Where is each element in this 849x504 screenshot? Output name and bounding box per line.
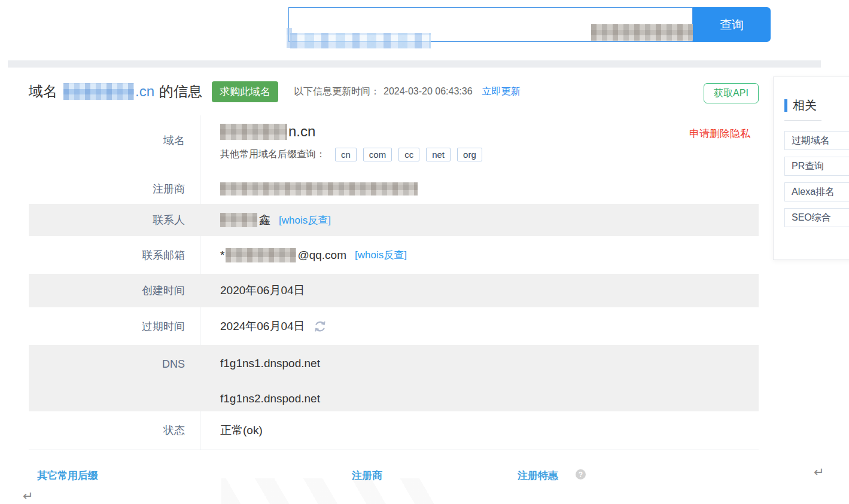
update-time-value: 2024-03-20 06:43:36 xyxy=(384,86,473,97)
domain-visible-text: n.cn xyxy=(288,123,315,140)
whois-reverse-link[interactable]: [whois反查] xyxy=(355,248,407,262)
suffix-button-org[interactable]: org xyxy=(457,148,482,161)
row-label: 创建时间 xyxy=(29,274,200,307)
table-row-expires: 过期时间 2024年06月04日 xyxy=(29,307,759,345)
redacted-domain-value xyxy=(220,124,287,140)
buy-domain-button[interactable]: 求购此域名 xyxy=(212,81,278,102)
refresh-icon[interactable] xyxy=(314,320,327,333)
dns-server-2: f1g1ns2.dnspod.net xyxy=(220,392,759,405)
redacted-query-text xyxy=(591,24,705,41)
delete-privacy-link[interactable]: 申请删除隐私 xyxy=(689,127,750,140)
title-underline xyxy=(784,120,821,121)
redacted-suggestions xyxy=(290,33,431,48)
query-button[interactable]: 查询 xyxy=(693,7,771,42)
suffix-button-net[interactable]: net xyxy=(426,148,451,161)
title-suffix: 的信息 xyxy=(159,82,202,101)
contact-visible-text: 鑫 xyxy=(259,212,270,228)
help-icon[interactable]: ? xyxy=(576,469,586,479)
row-label: 域名 xyxy=(29,115,200,173)
redacted-email-value xyxy=(226,248,296,262)
related-panel-title: 相关 xyxy=(784,97,817,114)
related-panel: 相关 过期域名 PR查询 Alexa排名 SEO综合 xyxy=(773,77,849,260)
return-arrow-icon: ↵ xyxy=(23,489,34,503)
sidebar-item-pr-query[interactable]: PR查询 xyxy=(784,157,849,176)
status-value: 正常(ok) xyxy=(200,411,759,450)
table-row-contact: 联系人 鑫 [whois反查] xyxy=(29,204,759,236)
suffix-button-cn[interactable]: cn xyxy=(335,148,357,161)
redacted-domain-name xyxy=(63,83,134,100)
whois-info-table: 域名 n.cn 申请删除隐私 其他常用域名后缀查询： cn com cc net… xyxy=(29,115,759,450)
row-label: 注册商 xyxy=(29,173,200,204)
watermark xyxy=(221,478,437,504)
sidebar-item-expired-domains[interactable]: 过期域名 xyxy=(784,131,849,150)
row-label: 过期时间 xyxy=(29,307,200,345)
title-prefix: 域名 xyxy=(29,82,57,101)
suffix-query-label: 其他常用域名后缀查询： xyxy=(220,148,325,161)
redacted-contact-name xyxy=(220,213,257,227)
expires-date: 2024年06月04日 xyxy=(220,319,305,334)
table-row-dns: DNS f1g1ns1.dnspod.net f1g1ns2.dnspod.ne… xyxy=(29,345,759,411)
email-prefix: * xyxy=(220,249,224,262)
suffix-button-com[interactable]: com xyxy=(363,148,392,161)
footer-link-special-offers[interactable]: 注册特惠 xyxy=(518,469,558,482)
row-label: DNS xyxy=(29,345,200,411)
section-divider xyxy=(8,60,821,68)
redacted-registrar-value xyxy=(220,182,418,196)
suffix-button-cc[interactable]: cc xyxy=(398,148,419,161)
table-row-created: 创建时间 2020年06月04日 xyxy=(29,274,759,307)
table-row-domain: 域名 n.cn 申请删除隐私 其他常用域名后缀查询： cn com cc net… xyxy=(29,115,759,173)
return-arrow-icon: ↵ xyxy=(814,465,824,479)
whois-reverse-link[interactable]: [whois反查] xyxy=(279,213,331,227)
created-date: 2020年06月04日 xyxy=(200,274,759,307)
domain-tld: .cn xyxy=(135,83,154,100)
update-time-label: 以下信息更新时间： xyxy=(294,85,380,98)
refresh-now-link[interactable]: 立即更新 xyxy=(482,85,521,98)
get-api-button[interactable]: 获取API xyxy=(704,83,759,103)
row-label: 联系邮箱 xyxy=(29,236,200,274)
row-label: 状态 xyxy=(29,411,200,450)
dns-server-1: f1g1ns1.dnspod.net xyxy=(220,357,759,370)
table-row-email: 联系邮箱 * @qq.com [whois反查] xyxy=(29,236,759,274)
sidebar-item-seo-overview[interactable]: SEO综合 xyxy=(784,208,849,227)
title-accent-bar xyxy=(784,99,787,112)
sidebar-item-alexa-rank[interactable]: Alexa排名 xyxy=(784,182,849,201)
footer-link-other-suffixes[interactable]: 其它常用后缀 xyxy=(37,469,98,482)
table-row-registrar: 注册商 xyxy=(29,173,759,204)
page-title: 域名 .cn 的信息 求购此域名 以下信息更新时间： 2024-03-20 06… xyxy=(29,80,521,103)
email-visible-text: @qq.com xyxy=(297,249,346,262)
row-label: 联系人 xyxy=(29,204,200,236)
table-row-status: 状态 正常(ok) xyxy=(29,411,759,450)
